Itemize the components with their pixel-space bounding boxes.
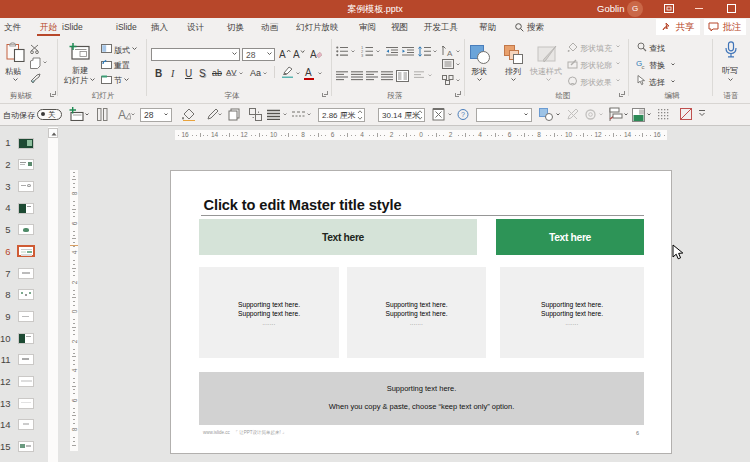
svg-text:A: A: [279, 49, 286, 60]
svg-text:A: A: [447, 49, 453, 57]
svg-text:A: A: [293, 49, 300, 60]
svg-text:A: A: [310, 49, 317, 60]
svg-text:c: c: [642, 64, 645, 70]
svg-text:?: ?: [461, 111, 465, 118]
svg-text:3: 3: [361, 53, 364, 57]
svg-text:A: A: [118, 108, 126, 121]
